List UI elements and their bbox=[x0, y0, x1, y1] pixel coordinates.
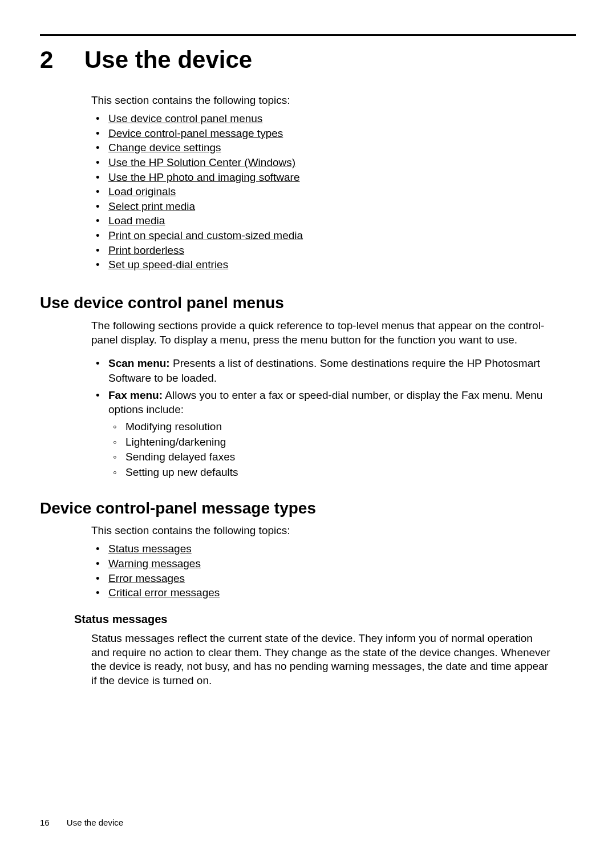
chapter-title: Use the device bbox=[84, 46, 252, 74]
topic-item: Set up speed-dial entries bbox=[91, 257, 576, 272]
status-messages-body: Status messages reflect the current stat… bbox=[91, 632, 553, 688]
footer-title: Use the device bbox=[67, 818, 123, 827]
feature-list: Scan menu: Presents a list of destinatio… bbox=[91, 356, 553, 480]
feature-item-fax: Fax menu: Allows you to enter a fax or s… bbox=[91, 388, 553, 480]
message-type-list: Status messages Warning messages Error m… bbox=[91, 541, 576, 600]
page-number: 16 bbox=[40, 818, 50, 827]
topic-link[interactable]: Print borderless bbox=[108, 244, 184, 256]
message-type-item: Status messages bbox=[91, 541, 576, 556]
topic-item: Change device settings bbox=[91, 140, 576, 155]
message-type-link[interactable]: Error messages bbox=[108, 572, 185, 584]
sub-heading-status-messages: Status messages bbox=[74, 613, 576, 626]
feature-text: Allows you to enter a fax or speed-dial … bbox=[108, 389, 542, 416]
topic-link[interactable]: Load media bbox=[108, 215, 165, 227]
section2-intro: This section contains the following topi… bbox=[91, 524, 576, 537]
topic-link[interactable]: Load originals bbox=[108, 185, 176, 197]
topic-list: Use device control panel menus Device co… bbox=[91, 111, 576, 272]
topic-link[interactable]: Use the HP Solution Center (Windows) bbox=[108, 156, 295, 168]
topic-item: Use the HP photo and imaging software bbox=[91, 170, 576, 185]
topic-item: Use device control panel menus bbox=[91, 111, 576, 126]
sub-item: Lightening/darkening bbox=[108, 435, 553, 450]
fax-sublist: Modifying resolution Lightening/darkenin… bbox=[108, 419, 553, 480]
feature-label: Fax menu: bbox=[108, 389, 163, 401]
message-type-item: Warning messages bbox=[91, 556, 576, 571]
topic-link[interactable]: Device control-panel message types bbox=[108, 127, 283, 139]
message-type-link[interactable]: Status messages bbox=[108, 543, 192, 555]
feature-text: Presents a list of destinations. Some de… bbox=[108, 357, 540, 384]
sub-item: Setting up new defaults bbox=[108, 465, 553, 480]
message-type-link[interactable]: Warning messages bbox=[108, 557, 201, 569]
topic-link[interactable]: Select print media bbox=[108, 200, 195, 212]
topic-item: Device control-panel message types bbox=[91, 126, 576, 141]
section-heading-message-types: Device control-panel message types bbox=[40, 499, 576, 518]
intro-text: This section contains the following topi… bbox=[91, 94, 576, 107]
topic-item: Print on special and custom-sized media bbox=[91, 228, 576, 243]
topic-link[interactable]: Use the HP photo and imaging software bbox=[108, 171, 300, 183]
topic-link[interactable]: Use device control panel menus bbox=[108, 112, 262, 124]
topic-link[interactable]: Change device settings bbox=[108, 142, 221, 153]
message-type-item: Error messages bbox=[91, 571, 576, 586]
message-type-link[interactable]: Critical error messages bbox=[108, 587, 220, 599]
sub-item: Modifying resolution bbox=[108, 419, 553, 435]
chapter-heading: 2 Use the device bbox=[40, 46, 576, 74]
topic-item: Load originals bbox=[91, 184, 576, 199]
topic-link[interactable]: Set up speed-dial entries bbox=[108, 258, 228, 270]
page-footer: 16 Use the device bbox=[40, 818, 123, 827]
topic-item: Select print media bbox=[91, 199, 576, 214]
chapter-number: 2 bbox=[40, 46, 84, 74]
topic-item: Load media bbox=[91, 213, 576, 228]
topic-item: Print borderless bbox=[91, 243, 576, 258]
section-heading-control-panel-menus: Use device control panel menus bbox=[40, 294, 576, 312]
topic-item: Use the HP Solution Center (Windows) bbox=[91, 155, 576, 170]
sub-item: Sending delayed faxes bbox=[108, 450, 553, 465]
top-rule bbox=[40, 34, 576, 36]
topic-link[interactable]: Print on special and custom-sized media bbox=[108, 229, 303, 241]
feature-label: Scan menu: bbox=[108, 357, 170, 369]
feature-item-scan: Scan menu: Presents a list of destinatio… bbox=[91, 356, 553, 385]
section-body: The following sections provide a quick r… bbox=[91, 319, 553, 347]
message-type-item: Critical error messages bbox=[91, 585, 576, 600]
